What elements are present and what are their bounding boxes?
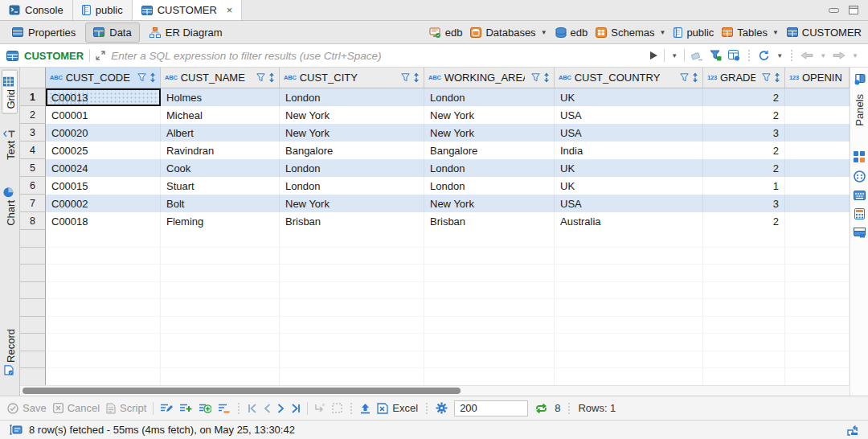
cell-working_area[interactable]: London [424,88,555,106]
cell-grade[interactable]: 1 [703,177,785,195]
previous-row-icon[interactable] [264,404,271,413]
cell-cust_city[interactable]: London [280,159,424,177]
cell-grade[interactable]: 2 [703,106,785,124]
fetch-size-input[interactable] [454,400,528,416]
row-number[interactable]: 6 [20,177,46,195]
cell-cust_name[interactable]: Bolt [161,195,280,212]
minimize-icon[interactable] [829,7,839,14]
cell-cust_country[interactable]: USA [555,195,703,212]
panel-settings-icon[interactable] [854,74,866,85]
breadcrumb-item-schemas[interactable]: Schemas▼ [596,27,665,39]
settings-gear-icon[interactable] [436,402,448,414]
presentation-tab-text[interactable]: Text [1,122,18,165]
presentation-tab-record[interactable]: Record [2,324,18,383]
horizontal-scrollbar[interactable] [20,385,850,396]
breadcrumb-item-databases[interactable]: Databases▼ [470,27,547,39]
cell-cust_country[interactable]: India [555,142,703,159]
cell-cust_name[interactable]: Micheal [161,106,280,124]
breadcrumb-item-public[interactable]: public [674,27,714,39]
presentation-tab-chart[interactable]: Chart [2,180,18,231]
cell-grade[interactable]: 2 [703,159,785,177]
cell-openin[interactable] [785,212,850,230]
column-filter-icon[interactable] [401,73,410,82]
column-sort-icon[interactable] [268,72,275,83]
row-number[interactable]: 7 [20,195,46,212]
erase-filter-icon[interactable] [691,51,703,61]
cell-grade[interactable]: 3 [703,124,785,142]
row-number[interactable]: 3 [20,124,46,142]
breadcrumb-item-customer[interactable]: CUSTOMER [787,27,862,39]
editor-tab-customer[interactable]: CUSTOMER× [133,0,243,20]
maximize-icon[interactable] [849,6,858,14]
column-sort-icon[interactable] [149,72,156,83]
column-header-cust_name[interactable]: ABCCUST_NAME [161,68,280,88]
cell-working_area[interactable]: London [424,159,555,177]
cell-working_area[interactable]: New York [424,106,555,124]
save-button[interactable]: Save [7,402,47,414]
cell-cust_code[interactable]: C00015 [46,177,161,195]
cell-cust_code[interactable]: C00020 [46,124,161,142]
cell-cust_code[interactable]: C00024 [46,159,161,177]
cell-cust_name[interactable]: Cook [161,159,280,177]
cell-cust_city[interactable]: Brisban [280,212,424,230]
calc-panel-icon[interactable] [854,208,865,220]
cell-cust_name[interactable]: Stuart [161,177,280,195]
refresh-icon[interactable] [758,50,770,61]
cell-cust_country[interactable]: UK [555,88,703,106]
metadata-panel-icon[interactable] [854,228,866,238]
script-button[interactable]: Script [106,402,146,414]
presentation-tab-grid[interactable]: Grid [2,70,18,114]
goto-row-icon[interactable] [314,403,326,413]
cell-cust_code[interactable]: C00025 [46,142,161,159]
cell-cust_city[interactable]: London [280,88,424,106]
breadcrumb-item-edb[interactable]: edb [429,27,463,39]
cell-openin[interactable] [785,124,850,142]
refresh-loop-icon[interactable] [534,404,548,413]
cell-cust_city[interactable]: Bangalore [280,142,424,159]
delete-row-icon[interactable] [218,403,230,413]
cell-cust_country[interactable]: USA [555,106,703,124]
column-sort-icon[interactable] [413,72,420,83]
last-row-icon[interactable] [291,404,301,413]
cell-grade[interactable]: 2 [703,142,785,159]
grid-config-icon[interactable] [728,50,740,61]
cell-cust_name[interactable]: Fleming [161,212,280,230]
value-viewer-panel-icon[interactable] [854,191,866,200]
close-icon[interactable]: × [227,4,233,16]
cell-cust_city[interactable]: New York [280,106,424,124]
add-row-icon[interactable] [179,403,192,413]
chevron-down-icon[interactable]: ▼ [659,29,665,36]
layout-toggle-icon[interactable] [847,425,858,436]
chevron-down-icon[interactable]: ▼ [541,29,547,36]
edit-row-icon[interactable] [160,403,173,413]
row-number[interactable]: 5 [20,159,46,177]
column-filter-icon[interactable] [137,73,146,82]
cell-cust_country[interactable]: UK [555,177,703,195]
column-filter-icon[interactable] [680,73,689,82]
breadcrumb-item-edb[interactable]: edb [555,27,588,39]
cell-openin[interactable] [785,142,850,159]
column-sort-icon[interactable] [692,72,698,83]
export-icon[interactable] [360,403,371,414]
cell-cust_city[interactable]: New York [280,124,424,142]
column-header-cust_city[interactable]: ABCCUST_CITY [280,68,424,88]
column-header-openin[interactable]: 123OPENIN [785,68,850,88]
sql-filter-input[interactable] [111,50,645,62]
cell-cust_name[interactable]: Albert [161,124,280,142]
cell-openin[interactable] [785,177,850,195]
cell-cust_code[interactable]: C00001 [46,106,161,124]
row-number[interactable]: 8 [20,212,46,230]
previous-result-icon[interactable] [800,51,813,59]
row-number[interactable]: 2 [20,106,46,124]
cell-cust_code[interactable]: C00002 [46,195,161,212]
excel-button[interactable]: Excel [377,402,418,414]
cell-cust_country[interactable]: Australia [555,212,703,230]
editor-tab--edb-console[interactable]: Console [0,0,73,20]
cancel-button[interactable]: Cancel [53,402,100,414]
column-header-working_area[interactable]: ABCWORKING_AREA [424,68,555,88]
select-rows-icon[interactable] [332,403,342,413]
cell-cust_country[interactable]: UK [555,159,703,177]
next-result-icon[interactable] [833,51,845,59]
cell-working_area[interactable]: Brisban [424,212,555,230]
expand-filter-icon[interactable] [96,51,105,60]
